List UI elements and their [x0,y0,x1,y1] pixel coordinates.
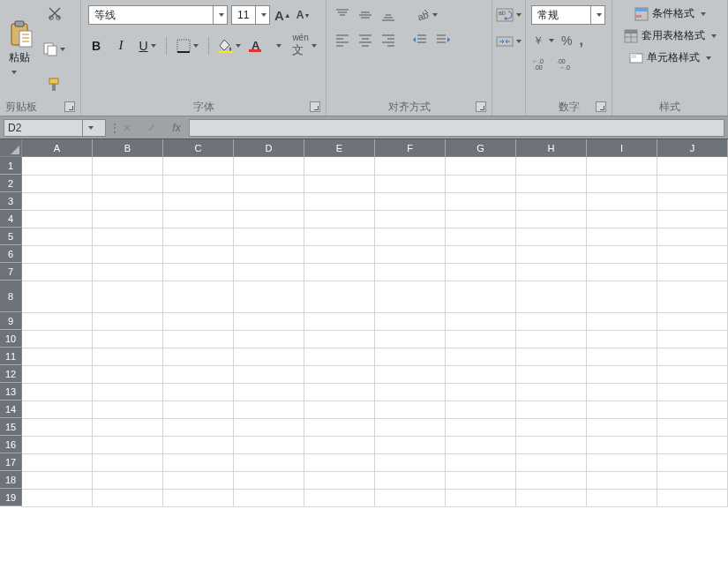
decrease-indent-button[interactable] [411,32,429,48]
cell[interactable] [22,365,93,383]
cell[interactable] [516,175,587,192]
row-header[interactable]: 12 [0,365,22,383]
column-header[interactable]: C [163,139,234,157]
font-color-button[interactable]: A [251,38,282,53]
cell[interactable] [304,365,375,383]
row-header[interactable]: 14 [0,401,22,418]
cell[interactable] [93,489,163,506]
cell[interactable] [304,436,375,453]
cell[interactable] [516,436,587,453]
cell[interactable] [163,401,234,418]
column-header[interactable]: J [657,139,728,157]
cell[interactable] [657,471,727,489]
cell[interactable] [446,245,516,263]
align-top-button[interactable] [334,7,351,23]
cell[interactable] [22,401,93,418]
cell[interactable] [657,348,727,365]
row-header[interactable]: 10 [0,330,22,348]
cell[interactable] [587,263,657,281]
paste-button[interactable]: 粘贴 [4,4,41,94]
cell[interactable] [375,471,446,489]
cell[interactable] [234,453,304,471]
cell[interactable] [375,263,446,281]
cell[interactable] [516,228,587,245]
column-header[interactable]: D [234,139,304,157]
cell[interactable] [163,330,234,348]
cell[interactable] [163,471,234,489]
cell[interactable] [446,210,516,228]
cell[interactable] [304,418,375,436]
cell[interactable] [163,192,234,210]
cell[interactable] [516,471,587,489]
cell[interactable] [587,348,657,365]
cell[interactable] [304,348,375,365]
cell[interactable] [587,436,657,453]
cell[interactable] [22,245,93,263]
cell[interactable] [22,383,93,401]
cell[interactable] [587,192,657,210]
cell[interactable] [93,471,163,489]
cell[interactable] [446,383,516,401]
cell[interactable] [22,436,93,453]
alignment-dialog-launcher[interactable] [476,101,486,112]
column-header[interactable]: B [93,139,163,157]
cell[interactable] [304,228,375,245]
currency-button[interactable]: ￥ [531,33,555,49]
cell[interactable] [375,281,446,312]
cell[interactable] [587,281,657,312]
cancel-formula-button[interactable]: ✕ [115,119,139,137]
cell[interactable] [587,401,657,418]
cell[interactable] [516,281,587,312]
cells-area[interactable] [22,157,728,507]
cell[interactable] [304,453,375,471]
cell[interactable] [446,365,516,383]
cell[interactable] [304,471,375,489]
bold-button[interactable]: B [88,38,104,54]
number-format-combo[interactable]: 常规 [531,5,605,25]
cell[interactable] [234,436,304,453]
cell[interactable] [375,192,446,210]
cell[interactable] [657,175,727,192]
cell[interactable] [657,192,727,210]
row-header[interactable]: 8 [0,281,22,312]
cell[interactable] [93,453,163,471]
font-name-dropdown[interactable] [213,6,227,24]
cell[interactable] [304,401,375,418]
font-dialog-launcher[interactable] [310,101,320,112]
cell[interactable] [516,210,587,228]
cell[interactable] [93,312,163,330]
cell[interactable] [375,210,446,228]
decrease-font-button[interactable]: A▼ [296,8,311,22]
cell[interactable] [516,330,587,348]
cell[interactable] [22,228,93,245]
cell[interactable] [446,263,516,281]
align-center-button[interactable] [356,32,374,48]
row-header[interactable]: 6 [0,245,22,263]
cell[interactable] [375,453,446,471]
cell[interactable] [516,383,587,401]
cell[interactable] [234,192,304,210]
cell[interactable] [446,453,516,471]
cell[interactable] [446,157,516,175]
cell[interactable] [375,365,446,383]
border-button[interactable] [176,38,199,54]
cell[interactable] [657,330,727,348]
align-right-button[interactable] [379,32,397,48]
cell[interactable] [234,210,304,228]
cell[interactable] [516,418,587,436]
cell[interactable] [657,418,727,436]
wrap-text-button[interactable]: ab [495,7,522,23]
cell[interactable] [375,228,446,245]
cell[interactable] [304,157,375,175]
cell[interactable] [446,348,516,365]
column-header[interactable]: H [516,139,587,157]
cell[interactable] [22,175,93,192]
cell[interactable] [93,228,163,245]
cell[interactable] [375,157,446,175]
cell[interactable] [163,365,234,383]
cell[interactable] [587,418,657,436]
cell[interactable] [22,210,93,228]
align-left-button[interactable] [334,32,351,48]
row-header[interactable]: 17 [0,453,22,471]
cell[interactable] [304,281,375,312]
